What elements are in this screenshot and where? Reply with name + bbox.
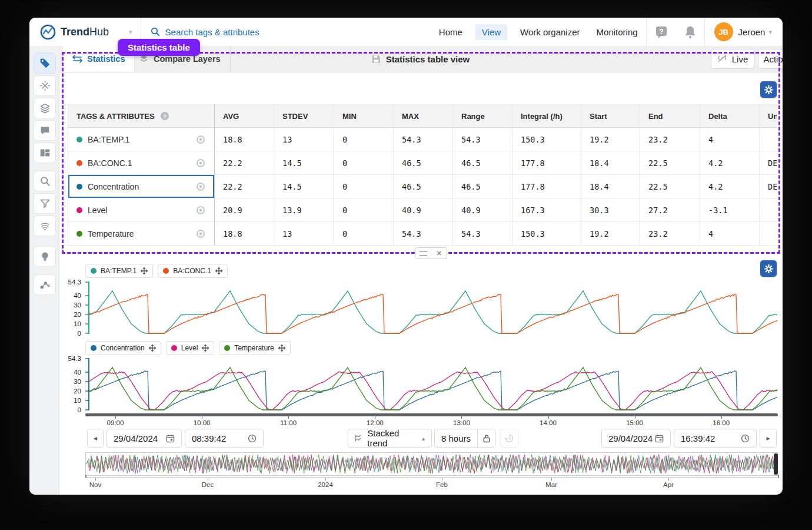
column-header[interactable]: TAGS & ATTRIBUTES?: [68, 104, 215, 128]
legend-chip[interactable]: Level: [166, 341, 215, 355]
value-cell: 54.3: [394, 128, 453, 151]
rail-insights-button[interactable]: [34, 246, 56, 267]
move-icon[interactable]: [141, 267, 148, 274]
workspace-chevron-icon[interactable]: ▾: [129, 28, 132, 36]
table-row[interactable]: Level20.913.9040.940.9167.330.327.2-3.1: [68, 198, 777, 222]
help-icon: ?: [160, 111, 169, 121]
start-time-picker[interactable]: 08:39:42: [185, 429, 264, 448]
visibility-eye-icon[interactable]: [195, 135, 206, 144]
legend-chip[interactable]: BA:CONC.1: [158, 264, 228, 278]
rail-formulas-button[interactable]: [34, 75, 56, 96]
rail-comments-button[interactable]: [34, 120, 56, 141]
value-cell: 40.9: [453, 198, 513, 222]
tag-cell[interactable]: Concentration: [68, 175, 215, 198]
value-cell: 19.2: [581, 222, 640, 246]
statistics-settings-button[interactable]: [760, 81, 777, 98]
layers-icon: [39, 102, 51, 114]
selection-tooltip: Statistics table: [118, 39, 200, 56]
tag-cell[interactable]: BA:CONC.1: [68, 151, 215, 175]
app-logo[interactable]: TrendHub: [29, 24, 109, 40]
column-header[interactable]: STDEV: [274, 104, 334, 128]
column-header[interactable]: Integral (/h): [513, 104, 581, 128]
notifications-button[interactable]: [684, 25, 697, 39]
value-cell: 54.3: [453, 222, 513, 246]
legend-chip[interactable]: Temperature: [219, 341, 290, 355]
rail-fingerprint-button[interactable]: [34, 216, 56, 236]
minimap-handle[interactable]: [774, 453, 778, 475]
trend-chart-1[interactable]: [85, 279, 778, 337]
tag-cell[interactable]: BA:TEMP.1: [68, 128, 215, 151]
move-icon[interactable]: [149, 344, 156, 352]
column-header[interactable]: MIN: [334, 104, 394, 128]
column-header[interactable]: MAX: [394, 104, 453, 128]
legend-chip[interactable]: BA:TEMP.1: [85, 264, 153, 278]
column-header[interactable]: AVG: [215, 104, 274, 128]
lock-duration-button[interactable]: [478, 434, 495, 443]
x-axis-label: 16:00: [705, 419, 738, 426]
move-icon[interactable]: [215, 267, 222, 274]
live-button[interactable]: Live: [711, 49, 754, 69]
help-button[interactable]: ?: [654, 25, 668, 39]
user-menu-chevron-icon[interactable]: ▾: [768, 28, 772, 36]
visibility-eye-icon[interactable]: [195, 206, 206, 214]
trend-chart-2[interactable]: [85, 356, 778, 413]
step-back-button[interactable]: ◂: [87, 429, 104, 448]
move-icon[interactable]: [278, 344, 285, 352]
rail-dashboard-button[interactable]: [34, 143, 56, 163]
search-input[interactable]: Search tags & attributes: [151, 27, 259, 37]
rail-filter-button[interactable]: [34, 193, 56, 214]
table-row[interactable]: BA:TEMP.118.813054.354.3150.319.223.24: [68, 128, 777, 151]
comment-icon: [39, 125, 51, 136]
save-icon: [372, 55, 381, 64]
nav-item-work-organizer[interactable]: Work organizer: [520, 27, 580, 37]
step-forward-button[interactable]: ▸: [760, 429, 777, 448]
column-header[interactable]: End: [640, 104, 700, 128]
x-axis-tick: [288, 416, 289, 419]
value-cell: 4.2: [700, 151, 760, 175]
rail-layers-button[interactable]: [34, 98, 56, 118]
minimap-tick: [551, 478, 552, 481]
layout-icon: [39, 147, 51, 158]
table-row[interactable]: BA:CONC.122.214.5046.546.5177.818.422.54…: [68, 151, 777, 175]
nav-item-monitoring[interactable]: Monitoring: [597, 27, 638, 37]
value-cell: 22.2: [215, 151, 274, 175]
close-icon: ✕: [436, 250, 441, 257]
nav-item-home[interactable]: Home: [439, 27, 462, 37]
table-row[interactable]: Temperature18.813054.354.3150.319.223.24: [68, 222, 777, 246]
value-cell: 14.5: [274, 151, 334, 175]
x-axis-label: 09:00: [99, 419, 132, 426]
value-cell: [760, 128, 777, 151]
nav-item-view[interactable]: View: [475, 24, 507, 40]
rail-tags-button[interactable]: [34, 53, 56, 74]
value-cell: 40.9: [394, 198, 453, 222]
tag-cell[interactable]: Level: [68, 198, 215, 222]
rail-search-button[interactable]: [34, 171, 56, 191]
tag-cell[interactable]: Temperature: [68, 222, 215, 246]
panel-resize-handle[interactable]: ✕: [415, 247, 447, 259]
visibility-eye-icon[interactable]: [195, 159, 206, 167]
drag-handle-icon[interactable]: [415, 248, 431, 259]
chart-settings-button[interactable]: [760, 260, 777, 277]
visibility-eye-icon[interactable]: [195, 230, 206, 238]
timeline-minimap[interactable]: [85, 452, 778, 476]
close-panel-button[interactable]: ✕: [431, 248, 447, 259]
value-cell: 177.8: [513, 151, 581, 175]
legend-label: BA:TEMP.1: [101, 267, 137, 275]
column-header[interactable]: Range: [453, 104, 513, 128]
end-date-picker[interactable]: 29/04/2024: [601, 429, 671, 448]
chart-mode-dropdown[interactable]: Stacked trend ▴: [348, 429, 432, 448]
move-icon[interactable]: [202, 344, 209, 352]
avatar[interactable]: JB: [714, 22, 733, 41]
history-reset-button[interactable]: [500, 429, 518, 448]
time-axis-scrollbar[interactable]: [85, 413, 778, 416]
visibility-eye-icon[interactable]: [195, 183, 206, 191]
actions-button[interactable]: Actions ▾: [758, 49, 783, 69]
column-header[interactable]: Delta: [700, 104, 760, 128]
duration-value[interactable]: 8 hours: [435, 433, 477, 443]
end-time-picker[interactable]: 16:39:42: [674, 429, 757, 448]
column-header[interactable]: Un: [760, 104, 777, 128]
start-date-picker[interactable]: 29/04/2024: [107, 429, 182, 448]
column-header[interactable]: Start: [581, 104, 640, 128]
legend-chip[interactable]: Concentration: [85, 341, 161, 355]
table-row[interactable]: Concentration22.214.5046.546.5177.818.42…: [68, 175, 777, 198]
